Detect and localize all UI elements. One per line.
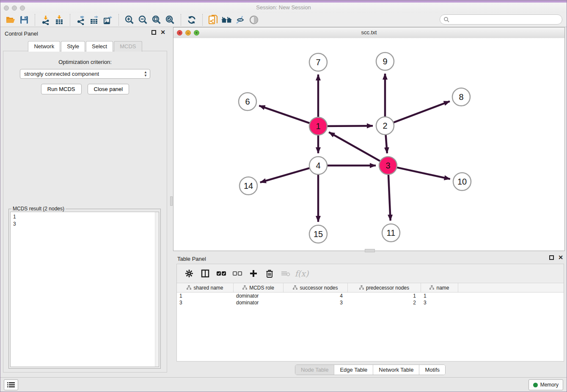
optimization-criterion-label: Optimization criterion: bbox=[3, 59, 167, 65]
search-field[interactable] bbox=[440, 14, 562, 25]
zoom-out-icon[interactable] bbox=[137, 14, 149, 26]
graph-node-label-8: 8 bbox=[459, 92, 463, 102]
toolbar-separator bbox=[118, 14, 119, 26]
graph-edge-2-8[interactable] bbox=[389, 101, 450, 124]
column-header-predecessor-nodes[interactable]: predecessor nodes bbox=[348, 283, 421, 292]
graph-node-label-6: 6 bbox=[245, 97, 250, 106]
export-image-icon[interactable] bbox=[102, 14, 114, 26]
deselect-all-icon[interactable] bbox=[231, 268, 243, 279]
hide-selected-icon[interactable] bbox=[234, 14, 246, 26]
delete-table-icon[interactable] bbox=[280, 268, 292, 279]
tab-motifs[interactable]: Motifs bbox=[419, 365, 445, 375]
mcds-result-textarea[interactable]: 1 3 bbox=[10, 212, 159, 367]
minimize-window-icon[interactable] bbox=[12, 6, 17, 11]
graph-node-label-9: 9 bbox=[383, 57, 387, 66]
toolbar-separator bbox=[70, 14, 70, 26]
main-toolbar bbox=[0, 13, 567, 27]
graph-edge-1-2[interactable] bbox=[322, 126, 373, 126]
import-network-icon[interactable] bbox=[40, 14, 52, 26]
delete-column-icon[interactable] bbox=[264, 268, 275, 279]
column-header-name[interactable]: name bbox=[421, 283, 458, 292]
panel-menu-button[interactable] bbox=[4, 379, 18, 390]
criterion-value: strongly connected component bbox=[24, 71, 99, 77]
graph-node-label-14: 14 bbox=[244, 181, 253, 190]
select-all-icon[interactable] bbox=[215, 268, 227, 279]
chevron-up-down-icon: ▲▼ bbox=[144, 71, 147, 77]
zoom-fit-icon[interactable] bbox=[151, 14, 162, 26]
result-scrollbar[interactable] bbox=[155, 212, 159, 367]
save-session-icon[interactable] bbox=[18, 14, 30, 26]
table-row[interactable]: 1dominator411 bbox=[177, 293, 564, 299]
panel-splitter[interactable] bbox=[170, 27, 173, 378]
graph-edge-3-10[interactable] bbox=[392, 166, 450, 179]
float-panel-icon[interactable] bbox=[151, 30, 156, 35]
zoom-selected-icon[interactable] bbox=[164, 14, 176, 26]
layout-home-icon[interactable] bbox=[221, 14, 233, 26]
network-maximize-icon[interactable]: + bbox=[194, 30, 199, 36]
control-panel: Control Panel ✕ NetworkStyleSelectMCDS O… bbox=[0, 27, 170, 378]
tab-mcds[interactable]: MCDS bbox=[114, 41, 142, 52]
float-table-panel-icon[interactable] bbox=[549, 255, 554, 260]
network-close-icon[interactable]: × bbox=[177, 30, 182, 36]
export-table-icon[interactable] bbox=[88, 14, 100, 26]
close-panel-icon[interactable]: ✕ bbox=[160, 30, 165, 35]
horizontal-splitter-handle[interactable] bbox=[365, 249, 375, 252]
close-window-icon[interactable] bbox=[4, 6, 9, 11]
table-row[interactable]: 3dominator323 bbox=[177, 299, 564, 306]
cell-name: 1 bbox=[421, 293, 458, 299]
run-mcds-button[interactable]: Run MCDS bbox=[41, 84, 82, 94]
function-builder-icon[interactable]: f(x) bbox=[296, 268, 308, 279]
zoom-in-icon[interactable] bbox=[124, 14, 135, 26]
table-panel: Table Panel ✕ bbox=[173, 252, 567, 378]
toolbar-separator bbox=[202, 14, 203, 26]
gear-icon[interactable] bbox=[183, 268, 195, 279]
cell-MCDS-role: dominator bbox=[234, 293, 284, 299]
maximize-window-icon[interactable] bbox=[20, 6, 25, 11]
cell-MCDS-role: dominator bbox=[234, 300, 284, 306]
table-container: f(x) shared nameMCDS rolesuccessor nodes… bbox=[176, 264, 564, 362]
columns-icon[interactable] bbox=[199, 268, 211, 279]
application-window: Session: New Session bbox=[0, 0, 567, 392]
graph-node-label-1: 1 bbox=[316, 121, 320, 131]
window-title: Session: New Session bbox=[0, 3, 567, 13]
mcds-tab-content: Optimization criterion: strongly connect… bbox=[3, 51, 167, 373]
tab-network-table[interactable]: Network Table bbox=[373, 365, 419, 375]
memory-status-icon bbox=[533, 383, 538, 387]
duplicate-network-icon[interactable] bbox=[207, 14, 219, 26]
tab-style[interactable]: Style bbox=[61, 41, 85, 52]
network-minimize-icon[interactable]: − bbox=[185, 30, 191, 36]
tab-select[interactable]: Select bbox=[86, 41, 113, 52]
toolbar-separator bbox=[181, 14, 181, 26]
column-header-MCDS-role[interactable]: MCDS role bbox=[234, 283, 284, 292]
tab-network[interactable]: Network bbox=[28, 41, 60, 52]
memory-button[interactable]: Memory bbox=[528, 379, 563, 390]
add-column-icon[interactable] bbox=[248, 268, 259, 279]
export-network-icon[interactable] bbox=[75, 14, 87, 26]
tab-node-table[interactable]: Node Table bbox=[295, 365, 335, 375]
network-window-titlebar[interactable]: × − + scc.txt bbox=[173, 28, 564, 39]
column-header-shared-name[interactable]: shared name bbox=[177, 283, 234, 292]
import-table-icon[interactable] bbox=[53, 14, 65, 26]
close-panel-button[interactable]: Close panel bbox=[88, 84, 129, 94]
network-canvas[interactable]: 7968124314101511 bbox=[173, 38, 564, 251]
refresh-icon[interactable] bbox=[186, 14, 198, 26]
graph-node-label-15: 15 bbox=[314, 229, 323, 239]
graph-edge-3-1[interactable] bbox=[329, 132, 384, 163]
search-input[interactable] bbox=[451, 15, 562, 24]
close-table-panel-icon[interactable]: ✕ bbox=[558, 255, 563, 260]
graph-node-label-4: 4 bbox=[316, 161, 320, 170]
criterion-dropdown[interactable]: strongly connected component ▲▼ bbox=[20, 69, 150, 79]
tab-edge-table[interactable]: Edge Table bbox=[334, 365, 373, 375]
column-header-successor-nodes[interactable]: successor nodes bbox=[284, 283, 348, 292]
open-session-icon[interactable] bbox=[5, 14, 17, 26]
control-panel-tabs: NetworkStyleSelectMCDS bbox=[0, 41, 170, 52]
graph-node-label-3: 3 bbox=[385, 161, 390, 170]
graph-edge-1-6[interactable] bbox=[259, 106, 314, 125]
control-panel-title: Control Panel bbox=[5, 30, 38, 37]
graph-node-label-10: 10 bbox=[457, 177, 467, 186]
graph-edge-3-11[interactable] bbox=[388, 170, 390, 221]
graph-node-label-2: 2 bbox=[383, 121, 387, 130]
show-all-icon[interactable] bbox=[248, 14, 260, 26]
splitter-handle[interactable] bbox=[170, 196, 173, 206]
graph-edge-4-14[interactable] bbox=[260, 167, 314, 182]
